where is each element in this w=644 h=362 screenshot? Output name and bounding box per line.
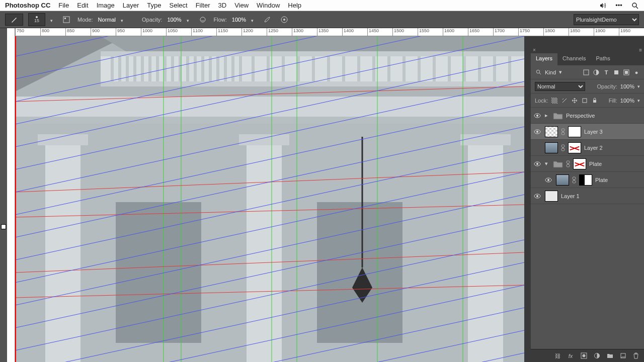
layer-thumbnail[interactable] [545, 126, 558, 137]
workspace-switcher[interactable]: PluralsightDemo [574, 14, 639, 25]
ruler-vertical[interactable] [7, 28, 15, 362]
link-icon[interactable] [561, 144, 565, 151]
layer-mask-thumbnail[interactable] [568, 142, 581, 153]
layer-row[interactable]: Layer 2 [531, 140, 644, 156]
tool-slot[interactable] [1, 51, 6, 56]
new-group-icon[interactable] [606, 352, 614, 360]
chevron-down-icon[interactable] [50, 17, 55, 22]
mode-value[interactable]: Normal [98, 17, 116, 23]
tool-preset-picker[interactable] [5, 14, 23, 26]
filter-kind-label[interactable]: Kind [545, 69, 556, 75]
filter-toggle-icon[interactable]: ● [633, 69, 640, 76]
layer-name[interactable]: Plate [589, 161, 641, 167]
tool-slot[interactable] [1, 152, 6, 157]
menu-view[interactable]: View [234, 2, 249, 9]
filter-shape-icon[interactable] [613, 69, 620, 76]
tool-slot[interactable] [1, 122, 6, 127]
airbrush-icon[interactable] [261, 14, 273, 26]
layer-name[interactable]: Layer 2 [584, 145, 641, 151]
flow-value[interactable]: 100% [232, 17, 246, 23]
disclosure-triangle-icon[interactable]: ▾ [545, 160, 550, 167]
opacity-value[interactable]: 100% [167, 17, 181, 23]
tool-slot[interactable] [1, 102, 6, 107]
chevron-down-icon[interactable] [121, 17, 126, 22]
layer-thumbnail[interactable] [545, 191, 558, 202]
layer-mask-thumbnail[interactable] [573, 158, 586, 169]
link-icon[interactable] [561, 128, 565, 135]
add-mask-icon[interactable] [580, 352, 588, 360]
menu-3d[interactable]: 3D [218, 2, 227, 9]
tab-channels[interactable]: Channels [557, 53, 591, 65]
link-icon[interactable] [566, 160, 570, 167]
lock-all-icon[interactable] [591, 97, 598, 104]
lock-image-icon[interactable] [561, 97, 568, 104]
tab-layers[interactable]: Layers [531, 53, 557, 65]
fill-value[interactable]: 100% [620, 98, 634, 104]
lock-artboard-icon[interactable] [581, 97, 588, 104]
layer-mask-thumbnail[interactable] [568, 126, 581, 137]
visibility-eye-icon[interactable] [534, 161, 542, 166]
disclosure-triangle-icon[interactable]: ▸ [545, 112, 550, 119]
visibility-eye-icon[interactable] [534, 129, 542, 134]
layer-row[interactable]: Layer 3 [531, 124, 644, 140]
filter-pixel-icon[interactable] [583, 69, 590, 76]
link-icon[interactable] [572, 176, 576, 184]
lock-transparency-icon[interactable] [551, 97, 558, 104]
tool-slot[interactable] [1, 192, 6, 197]
menu-window[interactable]: Window [257, 2, 280, 9]
layer-name[interactable]: Perspective [566, 113, 641, 119]
layer-name[interactable]: Plate [595, 177, 641, 183]
panel-close-icon[interactable]: × [531, 47, 538, 53]
chevron-down-icon[interactable] [251, 17, 256, 22]
tool-slot[interactable] [1, 81, 6, 86]
chevron-down-icon[interactable]: ▾ [637, 98, 640, 103]
menu-layer[interactable]: Layer [123, 2, 139, 9]
menu-filter[interactable]: Filter [196, 2, 210, 9]
layer-name[interactable]: Layer 3 [584, 129, 641, 135]
menu-help[interactable]: Help [288, 2, 301, 9]
chevron-down-icon[interactable]: ▾ [559, 69, 562, 75]
pressure-size-icon[interactable] [278, 14, 290, 26]
filter-adjustment-icon[interactable] [593, 69, 600, 76]
more-icon[interactable]: ••• [615, 2, 623, 9]
filter-type-icon[interactable]: T [603, 69, 610, 76]
tool-slot[interactable] [1, 202, 6, 207]
pressure-opacity-icon[interactable] [197, 14, 209, 26]
visibility-eye-icon[interactable] [534, 113, 542, 118]
layer-opacity-value[interactable]: 100% [620, 83, 634, 89]
tool-slot[interactable] [1, 112, 6, 117]
layer-row[interactable]: ▸Perspective [531, 108, 644, 124]
blend-mode-select[interactable]: Normal [535, 82, 585, 91]
filter-smart-icon[interactable] [623, 69, 630, 76]
menu-type[interactable]: Type [147, 2, 161, 9]
tool-slot[interactable] [1, 182, 6, 187]
layer-row[interactable]: Plate [531, 172, 644, 188]
tool-slot[interactable] [1, 162, 6, 167]
link-layers-icon[interactable]: ⛓ [553, 352, 561, 360]
menu-select[interactable]: Select [169, 2, 187, 9]
tab-paths[interactable]: Paths [591, 53, 615, 65]
new-adjustment-icon[interactable] [593, 352, 601, 360]
menu-file[interactable]: File [58, 2, 69, 9]
tool-slot[interactable] [1, 92, 6, 97]
tool-slot[interactable] [1, 212, 6, 217]
tool-slot[interactable] [1, 142, 6, 147]
foreground-swatch[interactable] [1, 224, 6, 229]
document-canvas[interactable] [15, 36, 524, 362]
tool-slot[interactable] [1, 172, 6, 177]
tool-slot[interactable] [1, 71, 6, 76]
ruler-horizontal[interactable]: 7508008509009501000105011001150120012501… [15, 28, 644, 36]
tool-slot[interactable] [1, 132, 6, 137]
visibility-eye-icon[interactable] [534, 194, 542, 199]
layer-thumbnail[interactable] [556, 174, 569, 186]
visibility-eye-icon[interactable] [545, 177, 553, 183]
layer-fx-icon[interactable]: fx [567, 352, 575, 360]
lock-position-icon[interactable] [571, 97, 578, 104]
menu-edit[interactable]: Edit [77, 2, 88, 9]
chevron-down-icon[interactable]: ▾ [637, 84, 640, 89]
panel-menu-icon[interactable]: ≡ [637, 47, 644, 53]
tool-slot[interactable] [1, 41, 6, 46]
layer-name[interactable]: Layer 1 [561, 193, 641, 199]
layer-mask-thumbnail[interactable] [579, 174, 592, 186]
layer-row[interactable]: ▾Plate [531, 156, 644, 172]
